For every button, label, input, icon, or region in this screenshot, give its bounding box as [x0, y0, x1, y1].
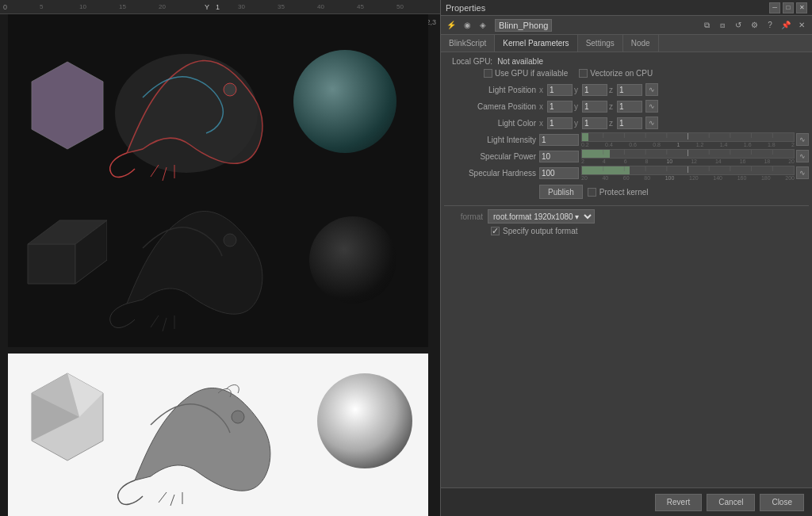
panel-title-icons: ─ □ ✕ [769, 2, 807, 13]
panel-toolbar: ⚡ ◉ ◈ Blinn_Phong ⧉ ⧈ ↺ ⚙ ? 📌 ✕ [441, 16, 812, 35]
dragon-colored [95, 34, 278, 193]
ruler-y-label: Y [205, 3, 209, 11]
cancel-button[interactable]: Cancel [707, 494, 755, 511]
svg-marker-4 [28, 244, 75, 284]
publish-row: Publish Protect kernel [444, 185, 809, 199]
light-position-row: Light Position x y z ∿ [444, 82, 809, 97]
close-panel-icon[interactable]: ✕ [796, 2, 807, 13]
tab-blinkscript[interactable]: BlinkScript [441, 35, 495, 52]
light-intensity-input-area [539, 134, 579, 146]
panel-titlebar: Properties ─ □ ✕ [441, 0, 812, 16]
specular-hardness-input[interactable] [539, 167, 579, 179]
light-intensity-label: Light Intensity [444, 136, 539, 144]
svg-point-3 [224, 83, 236, 96]
reset-icon[interactable]: ↺ [731, 18, 745, 32]
light-intensity-input[interactable] [539, 134, 579, 146]
vectorize-checkbox[interactable]: Vectorize on CPU [579, 69, 653, 78]
light-pos-curve[interactable]: ∿ [645, 83, 658, 96]
protect-cb[interactable] [588, 188, 596, 197]
light-intensity-slider[interactable] [581, 132, 795, 142]
eye-icon[interactable]: ◉ [460, 18, 474, 32]
light-pos-z[interactable] [617, 84, 642, 96]
vectorize-cb[interactable] [579, 69, 588, 78]
blink-icon[interactable]: ⚡ [444, 18, 458, 32]
specular-hardness-label: Specular Hardness [444, 169, 539, 178]
viewport-content[interactable]: 3072,3 [0, 14, 440, 516]
camera-pos-x[interactable] [547, 101, 573, 113]
specular-hardness-slider[interactable] [581, 166, 795, 175]
copy-icon[interactable]: ⧉ [699, 18, 714, 32]
tab-settings[interactable]: Settings [578, 35, 623, 52]
maximize-icon[interactable]: □ [783, 2, 794, 13]
close-button[interactable]: Close [760, 494, 804, 511]
specular-power-slider[interactable] [581, 149, 795, 159]
use-gpu-label: Use GPU if available [495, 69, 568, 78]
panel-title: Properties [446, 3, 769, 13]
dragon-white [103, 361, 285, 508]
specular-power-label: Specular Power [444, 152, 539, 161]
specify-row: ✓ Specify output format [447, 227, 806, 235]
panel-content: Local GPU: Not available Use GPU if avai… [441, 52, 812, 487]
specular-power-curve[interactable]: ∿ [796, 150, 809, 162]
format-label: format [447, 212, 483, 221]
light-position-xyz: x y z ∿ [539, 83, 809, 96]
format-select[interactable]: root.format 1920x1080 ▾ [488, 209, 595, 224]
specular-hardness-slider-area[interactable]: 20 40 60 80 100 120 140 160 180 200 [581, 166, 795, 181]
tab-kernel-params[interactable]: Kernel Parameters [495, 35, 577, 52]
light-color-curve[interactable]: ∿ [645, 117, 658, 129]
close-toolbar-icon[interactable]: ✕ [795, 18, 809, 32]
camera-pos-z[interactable] [617, 101, 642, 113]
paste-icon[interactable]: ⧈ [715, 18, 730, 32]
sphere-top [293, 50, 396, 153]
light-color-x[interactable] [547, 117, 573, 129]
specular-power-row: Specular Power [444, 149, 809, 163]
light-intensity-row: Light Intensity [444, 132, 809, 147]
node-icon[interactable]: ◈ [476, 18, 490, 32]
light-color-y[interactable] [582, 117, 607, 129]
minimize-icon[interactable]: ─ [769, 2, 780, 13]
specular-power-input[interactable] [539, 151, 579, 162]
light-intensity-curve[interactable]: ∿ [796, 133, 809, 146]
use-gpu-cb[interactable] [484, 69, 492, 78]
panel-bottom: Revert Cancel Close [441, 487, 812, 516]
checkbox-row: Use GPU if available Vectorize on CPU [444, 69, 809, 78]
light-pos-x[interactable] [547, 84, 573, 96]
light-color-row: Light Color x y z ∿ [444, 116, 809, 130]
tab-node[interactable]: Node [623, 35, 659, 52]
specular-hardness-row: Specular Hardness [444, 166, 809, 180]
vectorize-label: Vectorize on CPU [590, 69, 653, 78]
specify-cb[interactable]: ✓ [491, 227, 500, 235]
camera-position-row: Camera Position x y z ∿ [444, 99, 809, 113]
scene-top [8, 14, 428, 347]
specular-hardness-input-area [539, 167, 579, 179]
viewport[interactable]: 0 Y 1 5 10 15 20 30 35 40 45 50 3072,3 [0, 0, 440, 516]
ruler-value: 1 [216, 3, 220, 11]
help-icon[interactable]: ? [763, 18, 777, 32]
settings-icon[interactable]: ⚙ [747, 18, 761, 32]
specular-power-slider-area[interactable]: 2 4 6 8 10 12 14 16 18 20 [581, 149, 795, 164]
specular-hardness-curve[interactable]: ∿ [796, 166, 809, 179]
publish-button[interactable]: Publish [539, 185, 583, 199]
gpu-label: Local GPU: [452, 57, 492, 66]
camera-position-label: Camera Position [444, 102, 539, 111]
properties-panel: Properties ─ □ ✕ ⚡ ◉ ◈ Blinn_Phong ⧉ ⧈ ↺… [440, 0, 812, 516]
pin-icon[interactable]: 📌 [779, 18, 793, 32]
format-section: format root.format 1920x1080 ▾ ✓ Specify… [444, 205, 809, 239]
gpu-value: Not available [497, 57, 543, 66]
light-color-z[interactable] [617, 117, 642, 129]
camera-pos-y[interactable] [582, 101, 607, 113]
camera-pos-curve[interactable]: ∿ [645, 100, 658, 113]
cube-dark [20, 197, 107, 292]
svg-point-12 [232, 411, 244, 423]
light-intensity-slider-area[interactable]: 0.2 0.4 0.6 0.8 1 1.2 1.4 1.6 1.8 2 [581, 132, 795, 147]
specify-label: Specify output format [503, 227, 578, 235]
format-row: format root.format 1920x1080 ▾ [447, 209, 806, 224]
protect-label: Protect kernel [599, 188, 649, 197]
light-color-label: Light Color [444, 119, 539, 128]
ruler-top: 0 Y 1 5 10 15 20 30 35 40 45 50 [0, 0, 440, 14]
use-gpu-checkbox[interactable]: Use GPU if available [484, 69, 568, 78]
kernel-name: Blinn_Phong [495, 19, 552, 32]
light-pos-y[interactable] [582, 84, 607, 96]
sphere-white [317, 373, 412, 468]
revert-button[interactable]: Revert [655, 494, 702, 511]
